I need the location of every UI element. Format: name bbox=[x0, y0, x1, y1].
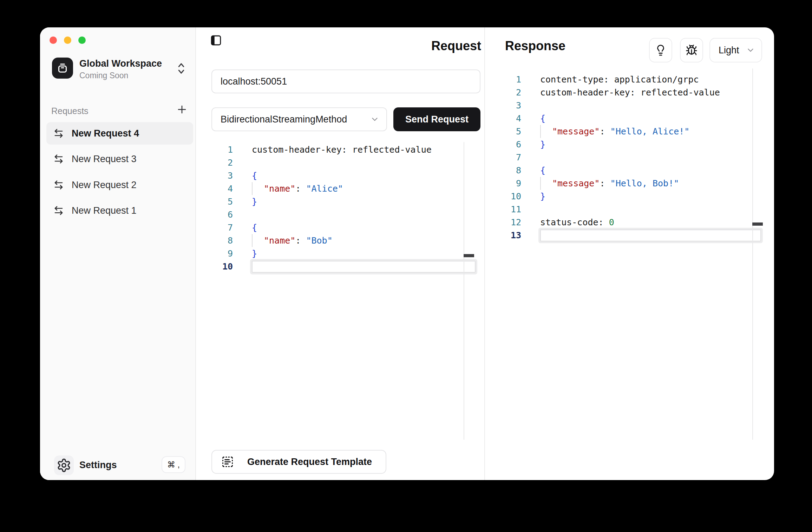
code-line[interactable]: 2 bbox=[212, 156, 476, 169]
code-token: 0 bbox=[609, 217, 614, 227]
code-token: "Alice" bbox=[306, 184, 343, 194]
code-content bbox=[540, 230, 761, 241]
code-content bbox=[252, 156, 476, 169]
generate-request-template-label: Generate Request Template bbox=[247, 457, 372, 467]
code-content: { bbox=[252, 169, 476, 182]
indent-guide bbox=[252, 234, 264, 247]
code-token: "message" bbox=[552, 126, 600, 137]
hint-button[interactable] bbox=[649, 38, 672, 62]
code-content: } bbox=[252, 247, 476, 260]
swap-arrows-icon bbox=[53, 154, 64, 164]
theme-dropdown[interactable]: Light bbox=[709, 38, 762, 62]
line-number: 4 bbox=[212, 184, 233, 194]
code-line[interactable]: 7 bbox=[500, 151, 761, 164]
line-number: 3 bbox=[500, 100, 521, 111]
sidebar-item-label: New Request 3 bbox=[72, 154, 137, 165]
code-line[interactable]: 9} bbox=[212, 247, 476, 260]
add-request-button[interactable] bbox=[176, 103, 188, 116]
line-number: 5 bbox=[212, 197, 233, 207]
code-content bbox=[252, 208, 476, 221]
window-minimize-button[interactable] bbox=[64, 36, 71, 44]
code-line[interactable]: 5} bbox=[212, 195, 476, 208]
code-content: } bbox=[540, 190, 761, 203]
swap-arrows-icon bbox=[53, 180, 64, 190]
code-token: : bbox=[600, 178, 610, 188]
window-zoom-button[interactable] bbox=[78, 36, 86, 44]
code-token: : bbox=[295, 235, 306, 246]
code-line[interactable]: 5"message": "Hello, Alice!" bbox=[500, 125, 761, 138]
response-editor-scrollbar-thumb[interactable] bbox=[752, 222, 763, 226]
request-editor-scrollbar-thumb[interactable] bbox=[464, 254, 474, 257]
code-token: "message" bbox=[552, 178, 600, 188]
code-content: } bbox=[252, 195, 476, 208]
code-content bbox=[540, 151, 761, 164]
code-line[interactable]: 8{ bbox=[500, 164, 761, 177]
method-dropdown[interactable]: BidirectionalStreamingMethod bbox=[211, 107, 387, 131]
code-line[interactable]: 4"name": "Alice" bbox=[212, 182, 476, 195]
line-number: 1 bbox=[212, 145, 233, 155]
code-token: } bbox=[540, 139, 545, 149]
sidebar-toggle-icon[interactable] bbox=[210, 34, 223, 47]
code-line[interactable]: 3{ bbox=[212, 169, 476, 182]
code-line[interactable]: 6 bbox=[212, 208, 476, 221]
sidebar-item-new-request-4[interactable]: New Request 4 bbox=[46, 122, 193, 145]
code-content: { bbox=[540, 112, 761, 125]
sidebar-item-label: New Request 2 bbox=[72, 180, 137, 191]
request-editor[interactable]: 1custom-header-key: reflected-value23{4"… bbox=[212, 143, 476, 273]
workspace-switcher-chevron-icon[interactable] bbox=[176, 60, 187, 77]
send-request-label: Send Request bbox=[405, 114, 469, 125]
swap-arrows-icon bbox=[53, 128, 64, 139]
line-number: 13 bbox=[500, 230, 521, 240]
line-number: 11 bbox=[500, 204, 521, 214]
app-window: Global Workspace Coming Soon Requests Ne… bbox=[40, 27, 774, 480]
code-line[interactable]: 12status-code: 0 bbox=[500, 216, 761, 229]
code-line[interactable]: 10 bbox=[212, 260, 476, 273]
swap-arrows-icon bbox=[53, 205, 64, 216]
code-line[interactable]: 8"name": "Bob" bbox=[212, 234, 476, 247]
code-content: { bbox=[252, 221, 476, 234]
code-line[interactable]: 1content-type: application/grpc bbox=[500, 73, 761, 86]
line-number: 3 bbox=[212, 171, 233, 181]
code-line[interactable]: 13 bbox=[500, 229, 761, 242]
workspace-status: Coming Soon bbox=[79, 71, 128, 80]
code-line[interactable]: 3 bbox=[500, 99, 761, 112]
code-token: "Hello, Alice!" bbox=[610, 126, 690, 137]
code-line[interactable]: 7{ bbox=[212, 221, 476, 234]
code-token: } bbox=[252, 197, 257, 207]
settings-shortcut-badge: ⌘ , bbox=[162, 456, 185, 473]
code-line[interactable]: 11 bbox=[500, 203, 761, 216]
code-line[interactable]: 2custom-header-key: reflected-value bbox=[500, 86, 761, 99]
code-content: "message": "Hello, Bob!" bbox=[540, 177, 761, 190]
code-line[interactable]: 6} bbox=[500, 138, 761, 151]
sidebar-item-new-request-3[interactable]: New Request 3 bbox=[46, 148, 193, 170]
request-editor-border bbox=[464, 142, 464, 440]
workspace-icon bbox=[52, 58, 73, 79]
indent-guide bbox=[252, 182, 264, 195]
send-request-button[interactable]: Send Request bbox=[393, 107, 480, 131]
code-line[interactable]: 9"message": "Hello, Bob!" bbox=[500, 177, 761, 190]
settings-button[interactable] bbox=[54, 455, 74, 475]
code-content bbox=[540, 203, 761, 216]
code-line[interactable]: 4{ bbox=[500, 112, 761, 125]
line-number: 6 bbox=[500, 139, 521, 149]
generate-request-template-button[interactable]: Generate Request Template bbox=[211, 450, 386, 474]
settings-label: Settings bbox=[79, 460, 117, 471]
sidebar-item-new-request-1[interactable]: New Request 1 bbox=[46, 199, 193, 222]
lightbulb-icon bbox=[655, 44, 667, 56]
code-line[interactable]: 10} bbox=[500, 190, 761, 203]
sidebar: Global Workspace Coming Soon Requests Ne… bbox=[40, 27, 196, 480]
code-token: : bbox=[600, 126, 610, 137]
code-content: "name": "Alice" bbox=[252, 182, 476, 195]
server-address-input[interactable] bbox=[211, 69, 480, 93]
code-content bbox=[540, 99, 761, 112]
line-number: 2 bbox=[500, 87, 521, 98]
line-number: 9 bbox=[500, 178, 521, 188]
response-editor[interactable]: 1content-type: application/grpc2custom-h… bbox=[500, 73, 761, 242]
sidebar-item-new-request-2[interactable]: New Request 2 bbox=[46, 174, 193, 196]
sidebar-item-label: New Request 1 bbox=[72, 205, 137, 216]
line-number: 7 bbox=[500, 152, 521, 162]
code-content: "name": "Bob" bbox=[252, 234, 476, 247]
debug-button[interactable] bbox=[680, 38, 703, 62]
window-close-button[interactable] bbox=[50, 36, 57, 44]
code-line[interactable]: 1custom-header-key: reflected-value bbox=[212, 143, 476, 156]
